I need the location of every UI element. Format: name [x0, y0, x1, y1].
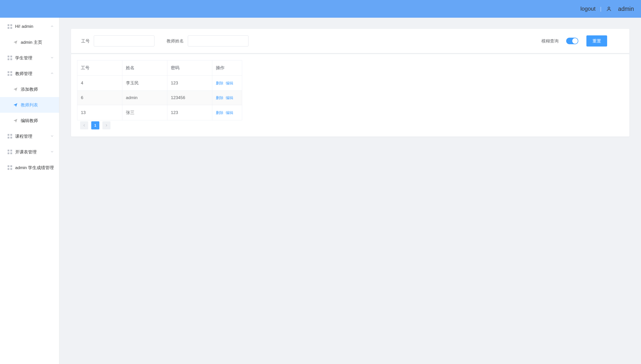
delete-link[interactable]: 删除	[216, 96, 223, 100]
cell-id: 4	[77, 76, 122, 91]
col-op: 操作	[212, 60, 242, 76]
chevron-up-icon	[51, 25, 54, 28]
chevron-down-icon	[51, 134, 54, 138]
filter-name-input[interactable]	[188, 35, 248, 47]
sidebar-item-label: Hi! admin	[15, 24, 33, 29]
sidebar-item-label: 教师管理	[15, 71, 32, 77]
col-id: 工号	[77, 60, 122, 76]
pager-prev[interactable]	[80, 121, 88, 129]
sidebar-item-label: 添加教师	[21, 86, 38, 92]
sidebar-item-label: 课程管理	[15, 133, 32, 139]
svg-rect-3	[8, 27, 9, 29]
svg-rect-24	[10, 168, 12, 170]
cell-pwd: 123	[167, 105, 212, 120]
sidebar-item-label: 教师列表	[21, 102, 38, 108]
svg-rect-7	[8, 58, 9, 60]
header-username[interactable]: admin	[618, 6, 634, 12]
plane-icon	[13, 40, 18, 44]
sidebar: Hi! adminadmin 主页学生管理教师管理添加教师教师列表编辑教师课程管…	[0, 18, 59, 364]
chevron-down-icon	[51, 150, 54, 154]
filter-id-label: 工号	[81, 38, 90, 44]
pager-next[interactable]	[102, 121, 110, 129]
sidebar-item-9[interactable]: admin 学生成绩管理	[0, 160, 59, 175]
svg-rect-15	[8, 137, 9, 139]
svg-rect-22	[10, 165, 12, 167]
sidebar-item-0[interactable]: Hi! admin	[0, 19, 59, 34]
sidebar-item-6[interactable]: 编辑教师	[0, 113, 59, 128]
cell-op: 删除 编辑	[212, 76, 242, 91]
logout-link[interactable]: logout	[580, 6, 596, 12]
svg-rect-19	[8, 152, 9, 154]
teacher-table: 工号 姓名 密码 操作 4李玉民123删除 编辑6admin123456删除 编…	[77, 60, 242, 120]
svg-rect-9	[8, 71, 9, 73]
grid-icon	[8, 71, 12, 76]
svg-rect-4	[10, 27, 12, 29]
svg-rect-2	[10, 24, 12, 26]
table-row: 13张三123删除 编辑	[77, 105, 242, 120]
pagination: 1	[77, 121, 623, 129]
cell-name: 李玉民	[122, 76, 167, 91]
sidebar-item-label: 开课表管理	[15, 149, 37, 155]
sidebar-item-5[interactable]: 教师列表	[0, 97, 59, 113]
reset-button[interactable]: 重置	[586, 35, 607, 47]
svg-rect-12	[10, 74, 12, 76]
edit-link[interactable]: 编辑	[226, 96, 233, 100]
filter-id-input[interactable]	[94, 35, 154, 47]
chevron-down-icon	[51, 56, 54, 60]
sidebar-item-1[interactable]: admin 主页	[0, 34, 59, 50]
plane-icon	[13, 87, 18, 92]
svg-rect-13	[8, 134, 9, 136]
svg-rect-17	[8, 150, 9, 151]
table-header-row: 工号 姓名 密码 操作	[77, 60, 242, 76]
user-icon	[606, 6, 612, 12]
sidebar-item-3[interactable]: 教师管理	[0, 66, 59, 81]
grid-icon	[8, 150, 12, 154]
plane-icon	[13, 118, 18, 123]
edit-link[interactable]: 编辑	[226, 110, 233, 115]
cell-pwd: 123	[167, 76, 212, 91]
delete-link[interactable]: 删除	[216, 110, 223, 115]
pager-page-1[interactable]: 1	[91, 121, 99, 129]
sidebar-item-label: admin 学生成绩管理	[15, 165, 54, 171]
main-content: 工号 教师姓名 模糊查询 重置 工号 姓名 密码	[59, 18, 641, 364]
filter-name-label: 教师姓名	[167, 38, 184, 44]
sidebar-item-label: 编辑教师	[21, 118, 38, 124]
svg-rect-8	[10, 58, 12, 60]
grid-icon	[8, 24, 12, 29]
svg-rect-14	[10, 134, 12, 136]
cell-name: admin	[122, 91, 167, 105]
delete-link[interactable]: 删除	[216, 81, 223, 85]
svg-rect-16	[10, 137, 12, 139]
table-row: 6admin123456删除 编辑	[77, 91, 242, 105]
plane-icon	[13, 103, 18, 107]
sidebar-item-label: 学生管理	[15, 55, 32, 61]
col-name: 姓名	[122, 60, 167, 76]
cell-name: 张三	[122, 105, 167, 120]
svg-rect-23	[8, 168, 9, 170]
filter-bar: 工号 教师姓名 模糊查询 重置	[71, 29, 629, 53]
svg-rect-11	[8, 74, 9, 76]
sidebar-item-2[interactable]: 学生管理	[0, 50, 59, 66]
cell-pwd: 123456	[167, 91, 212, 105]
sidebar-item-8[interactable]: 开课表管理	[0, 144, 59, 160]
cell-op: 删除 编辑	[212, 91, 242, 105]
svg-rect-18	[10, 150, 12, 151]
table-row: 4李玉民123删除 编辑	[77, 76, 242, 91]
cell-op: 删除 编辑	[212, 105, 242, 120]
fuzzy-label: 模糊查询	[541, 38, 559, 44]
fuzzy-switch[interactable]	[566, 38, 578, 44]
grid-icon	[8, 134, 12, 139]
sidebar-item-label: admin 主页	[21, 39, 42, 45]
svg-rect-6	[10, 56, 12, 57]
sidebar-item-7[interactable]: 课程管理	[0, 128, 59, 144]
svg-rect-5	[8, 56, 9, 57]
chevron-up-icon	[51, 72, 54, 75]
header: logout | admin	[0, 0, 641, 18]
table-card: 工号 姓名 密码 操作 4李玉民123删除 编辑6admin123456删除 编…	[71, 54, 629, 136]
col-pwd: 密码	[167, 60, 212, 76]
svg-rect-1	[8, 24, 9, 26]
svg-rect-10	[10, 71, 12, 73]
sidebar-item-4[interactable]: 添加教师	[0, 81, 59, 97]
edit-link[interactable]: 编辑	[226, 81, 233, 85]
svg-point-0	[608, 7, 610, 9]
